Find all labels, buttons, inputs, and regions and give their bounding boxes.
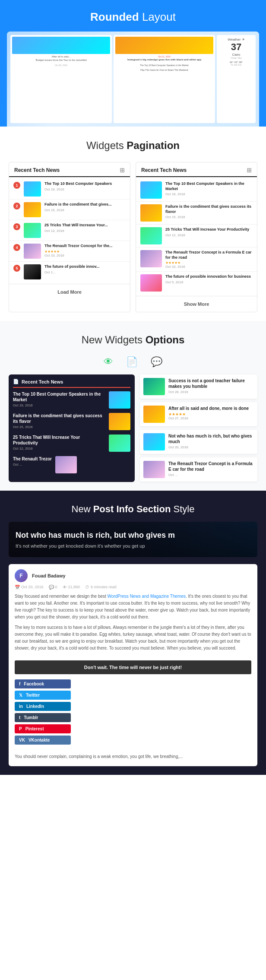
linkedin-button[interactable]: in LinkedIn: [15, 702, 71, 711]
list-item: Failure is the condiment that gives succ…: [136, 202, 257, 225]
twitter-icon: 𝕏: [19, 693, 22, 698]
dark-widget-item: 25 Tricks That Will Increase Your Produc…: [13, 434, 130, 452]
widget-item-img: [24, 223, 41, 238]
options-section: New Widgets Options 👁 📄 💬 📄 Recent Tech …: [0, 321, 266, 491]
right-widget: Recent Tech News ⊞ The Top 10 Best Compu…: [136, 162, 257, 312]
card-info: After all is said and done, more is done…: [168, 406, 254, 420]
card-item: The Renault Trezor Concept is a Formula …: [140, 457, 257, 482]
dark-widget-item: Failure is the condiment that gives succ…: [13, 413, 130, 430]
dark-widget-item: The Top 10 Best Computer Speakers in the…: [13, 391, 130, 409]
facebook-icon: f: [19, 682, 20, 686]
card-img: [143, 433, 165, 450]
widget-item-img: [24, 202, 41, 217]
card-item: Success is not a good teacher failure ma…: [140, 374, 257, 399]
options-icons: 👁 📄 💬: [9, 356, 257, 368]
views-icon: 👁: [63, 585, 67, 590]
twitter-button[interactable]: 𝕏 Twitter: [15, 691, 71, 700]
widget-item-img: [24, 181, 41, 197]
mock-card-1: After all is said... Budget issues force…: [10, 35, 112, 123]
widget-right-info: Failure is the condiment that gives succ…: [165, 204, 253, 219]
vk-icon: VK: [19, 738, 25, 742]
clock-icon: ⏱: [85, 585, 89, 590]
left-widget-list: 1 The Top 10 Best Computer Speakers Oct …: [9, 177, 130, 284]
options-grid: 📄 Recent Tech News The Top 10 Best Compu…: [9, 374, 257, 482]
avatar: F: [15, 569, 28, 582]
list-item: 3 25 Tricks That Will Increase Your... O…: [9, 220, 130, 241]
card-item: After all is said and done, more is done…: [140, 402, 257, 426]
tumblr-button[interactable]: t Tumblr: [15, 713, 71, 722]
post-body: Stay focused and remember we design the …: [9, 593, 257, 660]
document-icon[interactable]: 📄: [126, 356, 138, 368]
widget-right-info: The Renault Trezor Concept is a Formula …: [165, 250, 253, 269]
list-item: 25 Tricks That Will Increase Your Produc…: [136, 225, 257, 247]
author-name: Fouad Badawy: [32, 573, 66, 578]
mock-card-2: Oct 21, 2016 Instagram's big redesign go…: [114, 35, 215, 123]
card-info: The Renault Trezor Concept is a Formula …: [168, 461, 254, 477]
vk-button[interactable]: VK VKontakte: [15, 736, 71, 745]
post-meta-items: 📅 Oct 20, 2016 💬 0 👁 21,890 ⏱ 6 minutes …: [9, 585, 257, 593]
mock-weather: Weather ☀ 37 Cairo Clear Sky 42° 43° 38°…: [217, 35, 256, 123]
card-info: Success is not a good teacher failure ma…: [168, 378, 254, 394]
widget-right-info: 25 Tricks That Will Increase Your Produc…: [165, 227, 253, 237]
list-item: The future of possible innovation for bu…: [136, 272, 257, 294]
widget-item-info: Failure is the condiment that gives... O…: [44, 202, 126, 212]
left-widget-header: Recent Tech News ⊞: [9, 162, 130, 177]
post-ending: You should never complain, complaining i…: [9, 750, 257, 766]
header-section: Rounded Layout After all is said... Budg…: [0, 0, 266, 127]
mock-img-2: [115, 37, 213, 54]
widget-right-img: [140, 250, 162, 267]
pinterest-button[interactable]: P Pinterest: [15, 724, 71, 733]
post-meta: F Fouad Badawy: [9, 564, 257, 585]
options-title: New Widgets Options: [9, 334, 257, 346]
pinterest-icon: P: [19, 726, 22, 731]
show-more-button[interactable]: Show More: [180, 300, 213, 308]
load-more-button[interactable]: Load More: [54, 288, 85, 296]
linkedin-icon: in: [19, 704, 23, 709]
widget-item-info: The Top 10 Best Computer Speakers Oct 19…: [44, 181, 126, 191]
right-widget-footer: Show More: [136, 296, 257, 312]
widget-item-img: [24, 244, 41, 259]
comment-meta-icon: 💬: [49, 585, 54, 590]
doc-icon: 📄: [13, 379, 19, 384]
dark-widget-img: [109, 391, 130, 409]
comment-icon[interactable]: 💬: [151, 356, 162, 368]
hero-title: Not who has much is rich, but who gives …: [16, 530, 250, 540]
mockup-preview: After all is said... Budget issues force…: [7, 32, 259, 127]
dark-widget-header: 📄 Recent Tech News: [13, 379, 130, 388]
dark-widget-img: [55, 456, 77, 473]
dark-widget-img: [109, 434, 130, 452]
card-img: [143, 378, 165, 395]
post-hero: Not who has much is rich, but who gives …: [9, 522, 257, 557]
post-info-title: New Post Info Section Style: [9, 504, 257, 515]
post-cta: Don't wait. The time will never be just …: [15, 660, 251, 674]
post-article: F Fouad Badawy 📅 Oct 20, 2016 💬 0 👁 21,8…: [9, 564, 257, 766]
right-widget-header: Recent Tech News ⊞: [136, 162, 257, 177]
header-screenshot: After all is said... Budget issues force…: [7, 32, 259, 127]
widget-right-info: The future of possible innovation for bu…: [165, 274, 253, 284]
widget-item-img: [24, 264, 41, 279]
dark-widget-item: The Renault Trezor Oct ...: [13, 456, 130, 473]
widget-right-img: [140, 274, 162, 292]
eye-icon[interactable]: 👁: [104, 356, 113, 368]
facebook-button[interactable]: f Facebook: [15, 679, 71, 688]
list-item: 4 The Renault Trezor Concept for the... …: [9, 241, 130, 262]
widget-item-info: 25 Tricks That Will Increase Your... Oct…: [44, 223, 126, 233]
hero-subtitle: It's not whether you get knocked down it…: [16, 543, 250, 549]
right-widget-list: The Top 10 Best Computer Speakers in the…: [136, 177, 257, 296]
list-item: The Top 10 Best Computer Speakers in the…: [136, 179, 257, 202]
pagination-title: Widgets Pagination: [9, 140, 257, 152]
widget-item-info: The future of possible innov... Oct 1...: [44, 264, 126, 274]
widget-right-img: [140, 181, 162, 199]
cards-widget: Success is not a good teacher failure ma…: [140, 374, 257, 482]
list-item: The Renault Trezor Concept is a Formula …: [136, 247, 257, 272]
widget-right-img: [140, 204, 162, 222]
post-info-section: New Post Info Section Style Not who has …: [0, 491, 266, 774]
tumblr-icon: t: [19, 715, 20, 720]
pagination-section: Widgets Pagination Recent Tech News ⊞ 1 …: [0, 127, 266, 321]
card-img: [143, 406, 165, 423]
widget-header-icon-right: ⊞: [247, 167, 252, 174]
page-title: Rounded Layout: [7, 10, 259, 24]
list-item: 1 The Top 10 Best Computer Speakers Oct …: [9, 179, 130, 200]
list-item: 5 The future of possible innov... Oct 1.…: [9, 262, 130, 282]
pagination-grid: Recent Tech News ⊞ 1 The Top 10 Best Com…: [9, 162, 257, 312]
